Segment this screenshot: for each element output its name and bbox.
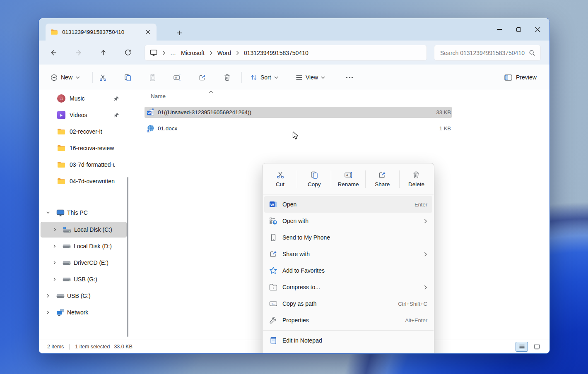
paste-button[interactable] bbox=[145, 71, 160, 84]
column-header-name[interactable]: Name bbox=[151, 93, 166, 99]
sidebar-scrollbar[interactable] bbox=[127, 177, 128, 337]
tab-close-icon[interactable] bbox=[143, 28, 152, 37]
sidebar-item-this-pc[interactable]: This PC bbox=[41, 205, 127, 221]
view-button[interactable]: View bbox=[292, 71, 329, 84]
chevron-right-icon[interactable] bbox=[52, 277, 57, 282]
context-menu-item-open[interactable]: W Open Enter bbox=[264, 196, 432, 213]
preview-button-label: Preview bbox=[516, 74, 537, 81]
new-tab-button[interactable] bbox=[174, 27, 185, 38]
context-menu-item-edit-in-notepad[interactable]: Edit in Notepad bbox=[264, 332, 432, 349]
file-row-selected[interactable]: W 01((Unsaved-312395160569241264)) 33 KB bbox=[145, 107, 452, 118]
new-button[interactable]: New bbox=[46, 71, 84, 84]
delete-icon bbox=[412, 171, 420, 179]
copy-button[interactable] bbox=[120, 71, 135, 84]
sidebar-item-label: 16-recuva-review bbox=[70, 145, 115, 151]
toolbar-separator bbox=[241, 72, 242, 83]
chevron-right-icon[interactable] bbox=[53, 227, 58, 232]
explorer-tab[interactable]: 01312394991583750410 bbox=[46, 24, 157, 41]
sidebar-item-label: USB (G:) bbox=[74, 276, 124, 283]
context-menu-item-open-with[interactable]: Open with bbox=[264, 213, 432, 229]
quick-delete-button[interactable]: Delete bbox=[400, 166, 433, 192]
sidebar-item-local-disk-d[interactable]: Local Disk (D:) bbox=[41, 238, 127, 254]
menu-item-shortcut: Alt+Enter bbox=[405, 317, 427, 324]
sidebar-item-label: Videos bbox=[70, 112, 115, 118]
context-menu-item-properties[interactable]: Properties Alt+Enter bbox=[264, 312, 432, 328]
breadcrumb[interactable]: … Microsoft Word 01312394991583750410 bbox=[145, 45, 427, 61]
search-input[interactable]: Search 01312394991583750410 bbox=[434, 45, 541, 61]
breadcrumb-item[interactable]: Word bbox=[217, 50, 231, 56]
chevron-right-icon[interactable] bbox=[46, 310, 51, 315]
maximize-button[interactable] bbox=[509, 18, 528, 41]
menu-item-label: Open with bbox=[282, 218, 308, 224]
minimize-button[interactable] bbox=[490, 18, 509, 41]
sidebar-item-folder[interactable]: 02-recover-it bbox=[41, 124, 127, 139]
sidebar-item-network[interactable]: Network bbox=[41, 304, 127, 320]
quick-copy-button[interactable]: Copy bbox=[297, 166, 331, 192]
breadcrumb-item-current[interactable]: 01312394991583750410 bbox=[244, 50, 308, 56]
preview-button[interactable]: Preview bbox=[500, 71, 541, 84]
file-name: 01.docx bbox=[158, 125, 431, 132]
word-app-icon: W bbox=[268, 200, 278, 209]
context-menu-item-send-to-my-phone[interactable]: Send to My Phone bbox=[264, 229, 432, 246]
chevron-right-icon bbox=[424, 252, 427, 257]
quick-action-label: Cut bbox=[276, 181, 284, 187]
chevron-right-icon[interactable] bbox=[52, 260, 57, 265]
quick-rename-button[interactable]: A Rename bbox=[331, 166, 365, 192]
menu-item-label: Properties bbox=[282, 317, 309, 324]
refresh-button[interactable] bbox=[121, 46, 135, 59]
sidebar-item-folder[interactable]: 03-7d-formatted-usb bbox=[41, 157, 127, 173]
search-icon[interactable] bbox=[529, 50, 535, 56]
sidebar-item-music[interactable]: ♫ Music bbox=[41, 91, 127, 106]
sort-button[interactable]: Sort bbox=[246, 71, 282, 84]
pin-icon bbox=[114, 96, 119, 101]
sort-icon bbox=[250, 74, 258, 81]
file-size: 33 KB bbox=[431, 109, 452, 115]
ellipsis-icon bbox=[346, 77, 353, 78]
large-icons-view-toggle[interactable] bbox=[530, 342, 543, 352]
chevron-right-icon[interactable] bbox=[52, 244, 57, 249]
column-separator[interactable] bbox=[334, 92, 334, 102]
sidebar-item-local-disk-c[interactable]: Local Disk (C:) bbox=[41, 222, 127, 237]
context-menu-item-copy-as-path[interactable]: \\.. Copy as path Ctrl+Shift+C bbox=[264, 295, 432, 312]
menu-item-label: Send to My Phone bbox=[282, 234, 330, 241]
close-button[interactable] bbox=[528, 18, 547, 41]
folder-icon bbox=[57, 128, 65, 135]
context-menu-item-compress-to[interactable]: Compress to... bbox=[264, 279, 432, 295]
sidebar-item-usb-g[interactable]: USB (G:) bbox=[41, 271, 127, 287]
drive-icon bbox=[63, 244, 71, 249]
folder-icon bbox=[57, 145, 65, 151]
word-online-icon bbox=[147, 125, 154, 133]
cut-button[interactable] bbox=[95, 71, 110, 84]
chevron-right-icon[interactable] bbox=[46, 293, 51, 298]
rename-button[interactable]: A bbox=[170, 71, 185, 84]
quick-action-label: Delete bbox=[408, 181, 424, 187]
more-options-button[interactable] bbox=[342, 71, 357, 84]
mouse-cursor bbox=[292, 131, 299, 140]
up-button[interactable] bbox=[96, 46, 110, 59]
folder-icon bbox=[57, 161, 65, 168]
sidebar-item-folder[interactable]: 04-7d-overwritten-fi bbox=[41, 173, 127, 189]
command-bar: New A Sort bbox=[39, 65, 549, 90]
share-button[interactable] bbox=[195, 71, 210, 84]
context-menu-item-add-to-favorites[interactable]: Add to Favorites bbox=[264, 262, 432, 279]
sidebar-item-label: USB (G:) bbox=[67, 292, 124, 299]
sidebar-item-videos[interactable]: ▶ Videos bbox=[41, 107, 127, 123]
details-view-toggle[interactable] bbox=[516, 342, 528, 352]
sidebar-item-drivercd-e[interactable]: DriverCD (E:) bbox=[41, 255, 127, 271]
chevron-down-icon[interactable] bbox=[46, 210, 51, 215]
sidebar-item-label: 02-recover-it bbox=[70, 128, 115, 135]
back-button[interactable] bbox=[46, 46, 60, 59]
context-menu-quick-actions: Cut Copy A Rename Share bbox=[263, 166, 434, 192]
sidebar-item-folder[interactable]: 16-recuva-review bbox=[41, 140, 127, 156]
context-menu: Cut Copy A Rename Share bbox=[262, 163, 434, 354]
quick-share-button[interactable]: Share bbox=[366, 166, 399, 192]
delete-button[interactable] bbox=[219, 71, 234, 84]
forward-button[interactable] bbox=[71, 46, 85, 59]
context-menu-item-unlock-with-file-locksmith[interactable]: Unlock with File Locksmith bbox=[264, 349, 432, 354]
chevron-down-icon bbox=[274, 76, 278, 79]
quick-cut-button[interactable]: Cut bbox=[263, 166, 297, 192]
sidebar-item-usb-g-2[interactable]: USB (G:) bbox=[41, 288, 127, 304]
breadcrumb-item[interactable]: Microsoft bbox=[181, 50, 205, 56]
breadcrumb-overflow[interactable]: … bbox=[170, 50, 176, 56]
context-menu-item-share-with[interactable]: Share with bbox=[264, 246, 432, 262]
